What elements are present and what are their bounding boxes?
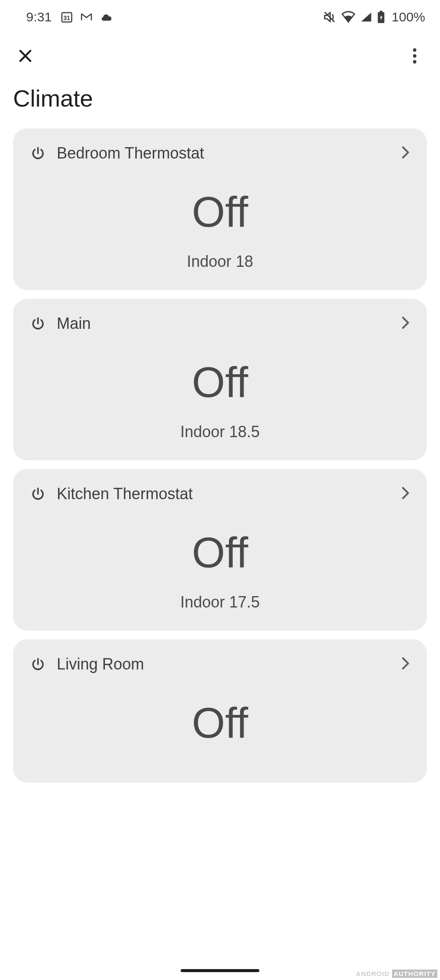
more-vert-icon [412, 48, 417, 66]
chevron-right-icon [402, 316, 409, 331]
cloud-icon [100, 11, 114, 23]
device-name: Main [57, 314, 91, 333]
power-icon [31, 146, 45, 161]
close-icon [17, 47, 34, 66]
close-button[interactable] [13, 45, 38, 69]
card-body: Off Indoor 18 [31, 162, 409, 271]
gmail-icon [79, 10, 93, 24]
status-time: 9:31 [26, 10, 52, 24]
card-header: Kitchen Thermostat [31, 485, 409, 503]
status-bar: 9:31 31 100% [0, 0, 440, 29]
battery-icon [377, 10, 385, 24]
chevron-right-icon [402, 657, 409, 672]
device-name: Kitchen Thermostat [57, 485, 192, 503]
svg-point-5 [413, 54, 416, 58]
card-header: Living Room [31, 655, 409, 673]
device-state: Off [31, 701, 409, 744]
card-header: Main [31, 314, 409, 333]
card-header: Bedroom Thermostat [31, 144, 409, 162]
header [0, 29, 440, 78]
device-card-living-room[interactable]: Living Room Off [13, 639, 427, 783]
power-icon [31, 657, 45, 672]
card-body: Off [31, 673, 409, 744]
power-icon [31, 316, 45, 331]
device-name: Bedroom Thermostat [57, 144, 204, 162]
device-state: Off [31, 531, 409, 574]
battery-text: 100% [392, 10, 425, 24]
more-button[interactable] [402, 45, 427, 69]
device-card-kitchen-thermostat[interactable]: Kitchen Thermostat Off Indoor 17.5 [13, 469, 427, 631]
svg-point-6 [413, 60, 416, 64]
calendar-icon: 31 [60, 10, 73, 24]
svg-text:31: 31 [64, 15, 71, 21]
device-state: Off [31, 361, 409, 404]
signal-icon [360, 11, 372, 23]
device-list: Bedroom Thermostat Off Indoor 18 Main O [0, 128, 440, 783]
page-title: Climate [0, 78, 440, 128]
device-card-main[interactable]: Main Off Indoor 18.5 [13, 299, 427, 460]
card-body: Off Indoor 17.5 [31, 503, 409, 611]
mute-icon [323, 10, 337, 24]
device-indoor-temp: Indoor 18.5 [31, 423, 409, 441]
device-name: Living Room [57, 655, 144, 673]
chevron-right-icon [402, 146, 409, 161]
device-indoor-temp: Indoor 18 [31, 252, 409, 271]
status-bar-left: 9:31 31 [26, 10, 114, 24]
svg-point-4 [413, 48, 416, 52]
watermark: ANDROID AUTHORITY [356, 970, 437, 977]
wifi-icon [341, 11, 356, 23]
chevron-right-icon [402, 487, 409, 501]
power-icon [31, 487, 45, 501]
card-body: Off Indoor 18.5 [31, 333, 409, 441]
device-indoor-temp: Indoor 17.5 [31, 593, 409, 611]
device-state: Off [31, 190, 409, 233]
gesture-bar [181, 969, 259, 972]
device-card-bedroom-thermostat[interactable]: Bedroom Thermostat Off Indoor 18 [13, 128, 427, 290]
svg-rect-3 [380, 11, 382, 13]
status-bar-right: 100% [323, 10, 425, 24]
